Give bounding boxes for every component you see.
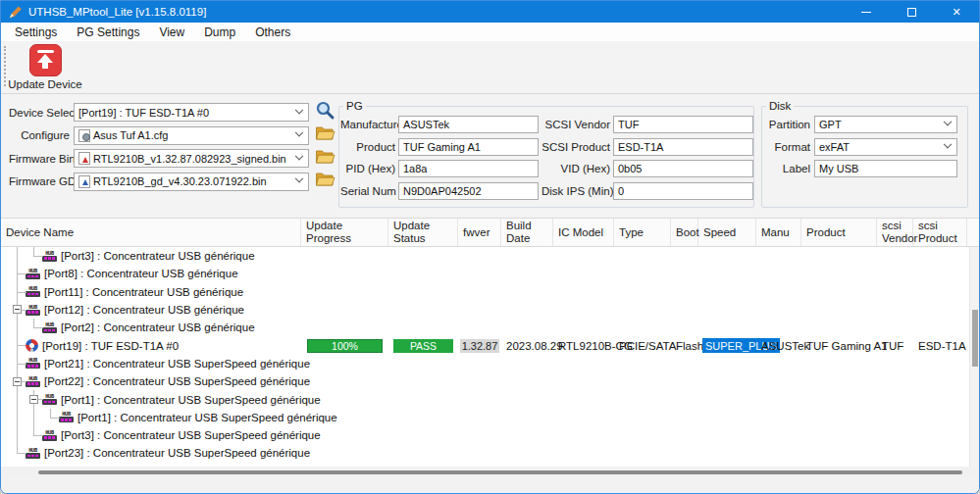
column-header-update-progress[interactable]: Update Progress bbox=[301, 219, 388, 246]
folder-icon bbox=[315, 149, 335, 169]
tree-row[interactable]: HUB[Port23] : Concentrateur USB SuperSpe… bbox=[1, 444, 967, 462]
configure-combobox[interactable]: Asus Tuf A1.cfg bbox=[74, 126, 309, 145]
folder-icon bbox=[315, 125, 335, 145]
tree-expander-minus[interactable] bbox=[9, 372, 26, 390]
manu-value: ASUSTek bbox=[756, 336, 801, 354]
update-device-button[interactable]: Update Device bbox=[10, 44, 80, 91]
speed-badge: SUPER_PLUS bbox=[698, 336, 756, 354]
firmware-gd-combobox[interactable]: RTL9210B_gd_v4.30.23.071922.bin bbox=[74, 173, 309, 191]
build-date-value: 2023.08.29 bbox=[501, 336, 553, 354]
tree-row[interactable]: HUB[Port3] : Concentrateur USB générique bbox=[1, 247, 967, 265]
chevron-down-icon bbox=[295, 105, 303, 113]
menu-item-pg-settings[interactable]: PG Settings bbox=[67, 25, 149, 40]
browse-folder-button[interactable] bbox=[313, 172, 336, 191]
tree-row[interactable]: HUB[Port1] : Concentrateur USB SuperSpee… bbox=[1, 390, 967, 408]
tree-line bbox=[42, 409, 59, 426]
device-select-combobox[interactable]: [Port19] : TUF ESD-T1A #0 bbox=[74, 103, 309, 122]
update-status-badge: PASS bbox=[388, 336, 458, 354]
device-name: [Port21] : Concentrateur USB SuperSpeed … bbox=[44, 358, 310, 370]
label-field[interactable]: My USB bbox=[814, 160, 957, 177]
column-header-manu[interactable]: Manu bbox=[756, 219, 801, 246]
tree-line bbox=[9, 247, 26, 265]
search-button[interactable] bbox=[313, 103, 336, 123]
column-header-speed[interactable]: Speed bbox=[698, 219, 756, 246]
firmware-bin-label: Firmware Bin bbox=[9, 153, 70, 165]
tree-line bbox=[9, 265, 26, 282]
tree-row[interactable]: HUB[Port2] : Concentrateur USB générique bbox=[1, 319, 967, 336]
serial-num-field[interactable]: N9D0AP042502 bbox=[398, 182, 539, 200]
tree-row[interactable]: HUB[Port11] : Concentrateur USB génériqu… bbox=[1, 283, 967, 301]
serial-num-label: Serial Num bbox=[340, 182, 395, 200]
tree-expander-minus[interactable] bbox=[26, 390, 42, 408]
column-header-fwver[interactable]: fwver bbox=[458, 219, 501, 246]
tree-row[interactable]: HUB[Port12] : Concentrateur USB génériqu… bbox=[1, 301, 967, 319]
menu-item-settings[interactable]: Settings bbox=[5, 25, 67, 40]
column-header-update-status[interactable]: Update Status bbox=[388, 219, 458, 246]
tree-line bbox=[9, 390, 26, 408]
gd-file-icon bbox=[78, 175, 90, 188]
close-icon: ✕ bbox=[952, 7, 960, 18]
column-header-build-date[interactable]: Build Date bbox=[501, 219, 553, 246]
update-device-label: Update Device bbox=[8, 78, 81, 90]
tree-line bbox=[9, 444, 26, 462]
tree-row[interactable]: HUB[Port21] : Concentrateur USB SuperSpe… bbox=[1, 355, 967, 372]
tree-expander-minus[interactable] bbox=[9, 301, 26, 319]
tree-row[interactable]: [Port19] : TUF ESD-T1A #0100%PASS1.32.87… bbox=[1, 336, 967, 354]
scsi-product-field[interactable]: ESD-T1A bbox=[613, 138, 753, 156]
tree-line bbox=[9, 336, 26, 354]
column-header-product[interactable]: Product bbox=[801, 219, 877, 246]
toolbar: Update Device bbox=[1, 41, 979, 94]
column-header-scsi-vendor[interactable]: scsi Vendor bbox=[877, 219, 913, 246]
horizontal-scrollbar-thumb[interactable] bbox=[38, 470, 962, 474]
tree-row[interactable]: HUB[Port22] : Concentrateur USB SuperSpe… bbox=[1, 372, 967, 390]
app-window: UTHSB_MPtool_Lite [v1.15.8.0119] ✕ Setti… bbox=[0, 0, 980, 494]
column-header-ic-model[interactable]: IC Model bbox=[553, 219, 614, 246]
menu-item-others[interactable]: Others bbox=[245, 25, 300, 40]
tree-line bbox=[9, 409, 26, 426]
device-name: [Port11] : Concentrateur USB générique bbox=[44, 286, 243, 298]
tree-row[interactable]: HUB[Port8] : Concentrateur USB générique bbox=[1, 265, 967, 282]
minimize-button[interactable] bbox=[844, 1, 889, 23]
vid-hex-label: VID (Hex) bbox=[542, 160, 610, 177]
horizontal-scrollbar[interactable] bbox=[1, 467, 979, 477]
disk-ips-min-field[interactable]: 0 bbox=[613, 182, 753, 200]
bin-file-icon bbox=[78, 152, 90, 165]
manufacturer-field[interactable]: ASUSTek bbox=[398, 116, 539, 133]
pg-group: PG ManufacturerASUSTekSCSI VendorTUFProd… bbox=[338, 100, 754, 208]
usb-hub-icon: HUB bbox=[26, 285, 40, 298]
pid-hex-field[interactable]: 1a8a bbox=[398, 160, 539, 177]
device-table: Device NameUpdate ProgressUpdate Statusf… bbox=[1, 218, 979, 467]
vid-hex-field[interactable]: 0b05 bbox=[613, 160, 753, 177]
toolbar-grip[interactable] bbox=[4, 46, 7, 86]
column-header-type[interactable]: Type bbox=[614, 219, 671, 246]
pid-hex-label: PID (Hex) bbox=[340, 160, 395, 177]
tree-line bbox=[9, 283, 26, 301]
browse-folder-button[interactable] bbox=[313, 149, 336, 169]
tree-row[interactable]: HUB[Port3] : Concentrateur USB SuperSpee… bbox=[1, 426, 967, 444]
device-name: [Port22] : Concentrateur USB SuperSpeed … bbox=[44, 375, 310, 387]
tree-row[interactable]: HUB[Port1] : Concentrateur USB SuperSpee… bbox=[1, 409, 967, 426]
maximize-button[interactable] bbox=[889, 1, 934, 23]
firmware-gd-value: RTL9210B_gd_v4.30.23.071922.bin bbox=[93, 175, 293, 187]
device-name: [Port2] : Concentrateur USB générique bbox=[61, 321, 255, 333]
product-field[interactable]: TUF Gaming A1 bbox=[398, 138, 539, 156]
column-header-boot[interactable]: Boot bbox=[671, 219, 698, 246]
firmware-bin-combobox[interactable]: RTL9210B_v1.32.87.082923_signed.bin bbox=[74, 149, 309, 168]
vertical-scrollbar-thumb[interactable] bbox=[972, 310, 978, 367]
partition-combobox[interactable]: GPT bbox=[814, 116, 957, 133]
format-combobox[interactable]: exFAT bbox=[814, 138, 957, 156]
panel-row-configure: ConfigureAsus Tuf A1.cfg bbox=[9, 126, 336, 145]
vertical-scrollbar[interactable] bbox=[969, 247, 979, 467]
type-value: PCIE/SATA bbox=[614, 336, 671, 354]
browse-folder-button[interactable] bbox=[313, 125, 336, 145]
scsi-vendor-field[interactable]: TUF bbox=[613, 116, 753, 133]
column-header-scsi-product[interactable]: scsi Product bbox=[913, 219, 967, 246]
label-label: Label bbox=[763, 160, 810, 177]
chevron-down-icon bbox=[295, 174, 303, 182]
menu-item-dump[interactable]: Dump bbox=[194, 25, 245, 40]
column-header-device-name[interactable]: Device Name bbox=[1, 219, 301, 246]
tree-line bbox=[9, 319, 26, 336]
disk-group: Disk PartitionGPTFormatexFATLabelMy USB bbox=[761, 100, 968, 208]
menu-item-view[interactable]: View bbox=[149, 25, 194, 40]
close-button[interactable]: ✕ bbox=[934, 1, 979, 23]
